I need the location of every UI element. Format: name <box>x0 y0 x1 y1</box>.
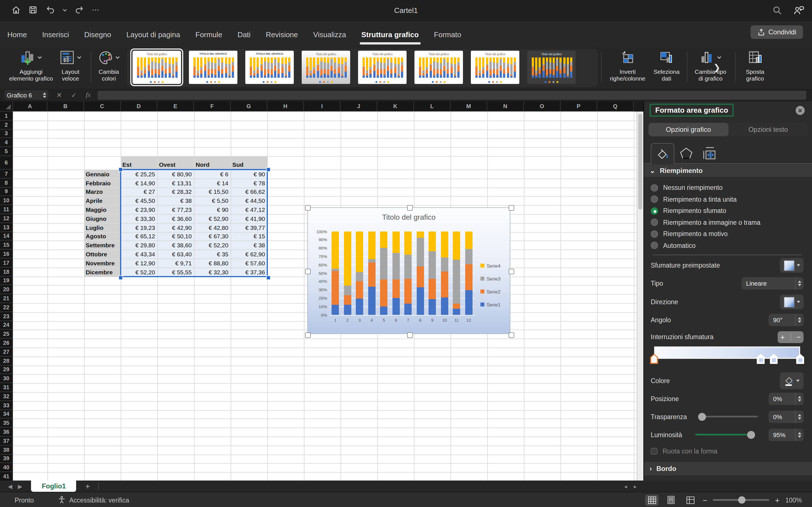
row-header-33[interactable]: 33 <box>0 401 13 410</box>
chart-selection-handle[interactable] <box>305 269 311 274</box>
change-chart-type-button[interactable]: Cambia tipodi grafico <box>689 48 732 82</box>
stop-color-dropdown[interactable] <box>780 372 804 389</box>
sheet-next-icon[interactable]: ▶ <box>18 483 22 489</box>
selection-handle[interactable] <box>118 275 123 280</box>
chart-bar[interactable] <box>393 231 400 315</box>
chart-bar[interactable] <box>332 231 339 315</box>
transparency-stepper[interactable]: 0% <box>769 410 804 423</box>
gradient-stop-82pct[interactable] <box>770 354 778 364</box>
type-stepper-arrows[interactable] <box>795 277 804 290</box>
ribbon-tab-revisione[interactable]: Revisione <box>265 28 299 41</box>
chart-style-thumbnail-6[interactable]: Titolo del grafico <box>414 51 463 84</box>
chart-title[interactable]: Titolo del grafico <box>308 213 510 221</box>
month-cell[interactable]: Gennaio <box>86 170 119 179</box>
row-header-28[interactable]: 28 <box>0 356 13 365</box>
chart-style-thumbnail-1[interactable]: Titolo del grafico <box>133 51 181 84</box>
month-cell[interactable]: Febbraio <box>86 179 119 187</box>
month-cell[interactable]: Giugno <box>86 214 119 223</box>
sheet-tab-foglio1[interactable]: Foglio1 <box>31 481 77 492</box>
column-header-B[interactable]: B <box>47 101 84 112</box>
insert-function-icon[interactable]: fx <box>86 91 91 99</box>
share-button[interactable]: Condividi <box>750 25 803 39</box>
radio-unselected[interactable] <box>651 242 658 249</box>
angle-stepper-arrows[interactable] <box>795 314 804 326</box>
radio-unselected[interactable] <box>651 219 658 226</box>
chart-selection-handle[interactable] <box>305 332 311 338</box>
column-header-I[interactable]: I <box>304 101 341 112</box>
position-stepper-arrows[interactable] <box>795 392 804 405</box>
scroll-left-icon[interactable]: ◂ <box>624 483 627 489</box>
size-properties-tab[interactable] <box>703 147 717 161</box>
row-header-34[interactable]: 34 <box>0 410 13 419</box>
row-header-23[interactable]: 23 <box>0 312 13 321</box>
chart-selection-handle[interactable] <box>509 205 514 211</box>
scroll-right-icon[interactable]: ▸ <box>634 483 637 489</box>
chart-selection-handle[interactable] <box>407 205 413 211</box>
row-header-32[interactable]: 32 <box>0 392 13 401</box>
chart-style-thumbnail-2[interactable]: TITOLO DEL GRAFICO <box>189 51 238 84</box>
chart-selection-handle[interactable] <box>305 205 311 211</box>
column-header-L[interactable]: L <box>414 101 451 112</box>
chart-bar[interactable] <box>441 231 448 315</box>
name-box-stepper[interactable] <box>43 92 46 98</box>
chart-bar[interactable] <box>356 231 363 315</box>
gradient-stop-100pct[interactable] <box>796 354 804 364</box>
transparency-stepper-arrows[interactable] <box>795 410 804 423</box>
zoom-out-icon[interactable]: − <box>703 496 707 504</box>
ribbon-tab-home[interactable]: Home <box>7 28 28 41</box>
transparency-slider-knob[interactable] <box>698 413 706 420</box>
preset-gradients-dropdown[interactable] <box>780 258 804 273</box>
accessibility-status[interactable]: Accessibilità: verifica <box>57 496 129 504</box>
column-header-G[interactable]: G <box>231 101 267 112</box>
fill-option-riempimento-a-tinta-unita[interactable]: Riempimento a tinta unita <box>651 194 737 204</box>
rotate-with-shape-checkbox[interactable] <box>651 448 658 455</box>
zoom-slider-knob[interactable] <box>739 496 746 504</box>
row-header-27[interactable]: 27 <box>0 348 13 356</box>
chart-bar[interactable] <box>429 231 436 315</box>
add-remove-stop-buttons[interactable]: +− <box>777 331 804 343</box>
row-header-12[interactable]: 12 <box>0 214 13 223</box>
change-colors-button[interactable]: Cambiacolori <box>93 48 125 82</box>
column-header-N[interactable]: N <box>487 101 524 112</box>
sheet-prev-icon[interactable]: ◀ <box>8 483 12 489</box>
chart-bar[interactable] <box>453 231 460 315</box>
row-header-8[interactable]: 8 <box>0 179 13 187</box>
radio-unselected[interactable] <box>651 230 658 237</box>
ribbon-tab-struttura-grafico[interactable]: Struttura grafico <box>361 28 419 41</box>
chart-style-thumbnail-7[interactable]: Titolo del grafico <box>471 51 519 84</box>
border-section-header[interactable]: › Bordo <box>644 462 812 475</box>
row-header-25[interactable]: 25 <box>0 330 13 339</box>
row-header-2[interactable]: 2 <box>0 121 13 129</box>
stop-position-stepper[interactable]: 0% <box>769 392 804 405</box>
ribbon-tab-formule[interactable]: Formule <box>195 28 223 41</box>
fill-option-riempimento-a-immagine-o-trama[interactable]: Riempimento a immagine o trama <box>651 217 760 227</box>
fill-section-header[interactable]: ⌄ Riempimento <box>644 165 812 177</box>
row-header-31[interactable]: 31 <box>0 383 13 392</box>
table-header-cell[interactable]: Ovest <box>159 156 193 170</box>
fill-option-riempimento-sfumato[interactable]: Riempimento sfumato <box>651 206 726 216</box>
add-stop-button[interactable]: + <box>780 333 784 341</box>
row-header-6[interactable]: 6 <box>0 156 13 170</box>
gradient-stop-0pct[interactable] <box>650 354 658 364</box>
effects-tab[interactable] <box>679 147 694 161</box>
gradient-angle-stepper[interactable]: 90° <box>769 314 804 326</box>
gradient-direction-dropdown[interactable] <box>780 295 804 309</box>
fill-option-automatico[interactable]: Automatico <box>651 240 696 250</box>
page-layout-view-button[interactable] <box>664 494 678 506</box>
month-cell[interactable]: Maggio <box>86 205 119 214</box>
close-icon[interactable]: ✕ <box>796 106 805 115</box>
chart-selection-handle[interactable] <box>509 269 514 274</box>
column-header-A[interactable]: A <box>13 101 47 112</box>
month-cell[interactable]: Dicembre <box>86 268 119 277</box>
brightness-stepper[interactable]: 95% <box>769 429 804 441</box>
zoom-slider[interactable] <box>713 499 769 501</box>
row-header-7[interactable]: 7 <box>0 170 13 179</box>
column-header-E[interactable]: E <box>157 101 194 112</box>
row-header-5[interactable]: 5 <box>0 147 13 156</box>
enter-icon[interactable]: ✓ <box>71 91 77 99</box>
row-header-11[interactable]: 11 <box>0 205 13 214</box>
select-all-corner[interactable] <box>0 101 13 112</box>
add-chart-element-button[interactable]: Aggiungielemento grafico <box>7 48 55 82</box>
row-header-9[interactable]: 9 <box>0 187 13 196</box>
search-icon[interactable] <box>772 6 782 15</box>
